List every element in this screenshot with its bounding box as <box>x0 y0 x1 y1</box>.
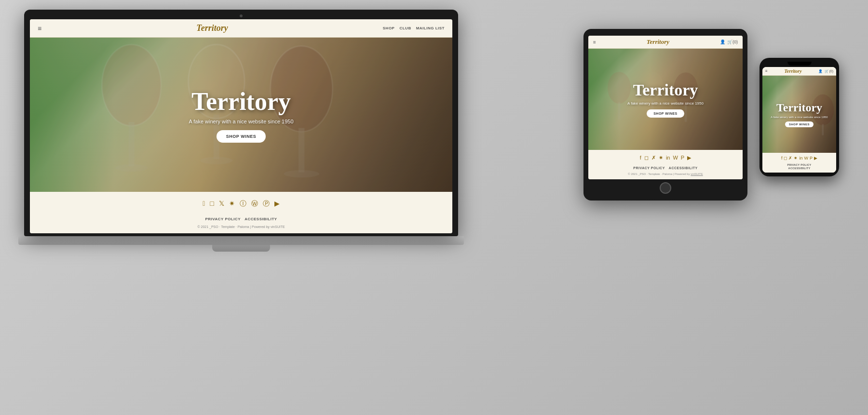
linkedin-icon[interactable]: Ⓘ <box>240 200 246 208</box>
tablet-nav-icons: 👤 🛒(0) <box>720 40 738 44</box>
laptop-camera <box>240 14 243 17</box>
tablet-hero-bg: Territory A fake winery with a nice webs… <box>588 49 743 150</box>
tablet-screen: ≡ Territory 👤 🛒(0) <box>588 36 743 179</box>
facebook-icon[interactable]:  <box>203 200 205 208</box>
tablet-home-button[interactable] <box>660 182 671 194</box>
scene: ≡ Territory SHOP CLUB MAILING LIST <box>0 0 868 415</box>
phone-hero: Territory A fake winery with a nice webs… <box>762 76 836 153</box>
laptop-hero: Territory A fake winery with a nice webs… <box>30 38 452 192</box>
tablet-outer: ≡ Territory 👤 🛒(0) <box>583 29 747 201</box>
tablet-accessibility-link[interactable]: ACCESSIBILITY <box>669 166 698 170</box>
tablet-social-icons: f ◻ ✗ ✷ in W P ▶ <box>588 150 743 164</box>
phone-accessibility-link[interactable]: ACCESSIBILITY <box>788 167 811 170</box>
phone-outer: ≡ Territory 👤 🛒(0) <box>760 58 839 176</box>
phone-hero-subtitle: A fake winery with a nice website since … <box>771 116 827 119</box>
phone-hamburger-icon[interactable]: ≡ <box>765 69 768 73</box>
phone-instagram-icon[interactable]: ◻ <box>784 156 787 161</box>
tablet-yelp-icon[interactable]: ✷ <box>659 155 663 161</box>
laptop-nav-links: SHOP CLUB MAILING LIST <box>383 26 445 30</box>
nav-club[interactable]: CLUB <box>399 26 411 30</box>
tablet-device: ≡ Territory 👤 🛒(0) <box>583 29 747 201</box>
privacy-policy-link[interactable]: PRIVACY POLICY <box>205 217 241 221</box>
phone-screen: ≡ Territory 👤 🛒(0) <box>762 67 836 173</box>
tablet-hero-subtitle: A fake winery with a nice website since … <box>627 101 704 106</box>
tablet-copyright: © 2021 _PSO · Template · Paloma | Powere… <box>588 171 743 179</box>
nav-mailing[interactable]: MAILING LIST <box>416 26 445 30</box>
phone-facebook-icon[interactable]: f <box>781 156 783 161</box>
phone-cart-icon[interactable]: 🛒(0) <box>825 69 833 73</box>
phone-nav: ≡ Territory 👤 🛒(0) <box>762 67 836 76</box>
phone-device: ≡ Territory 👤 🛒(0) <box>760 58 839 176</box>
phone-hero-bg: Territory A fake winery with a nice webs… <box>762 76 836 153</box>
youtube-icon[interactable]: ▶ <box>274 200 280 208</box>
phone-social-icons: f ◻ ✗ ✷ in W P ▶ <box>762 153 836 162</box>
laptop-base <box>18 236 464 245</box>
laptop-screen: ≡ Territory SHOP CLUB MAILING LIST <box>30 19 452 233</box>
laptop-hero-content: Territory A fake winery with a nice webs… <box>189 87 293 143</box>
laptop-stand <box>212 245 270 252</box>
tablet-twitter-icon[interactable]: ✗ <box>651 155 656 161</box>
phone-hero-content: Territory A fake winery with a nice webs… <box>771 101 827 127</box>
laptop-footer:  □ 𝕏 ✷ Ⓘ Ⓦ Ⓟ ▶ PRIVACY POLICY ACCESSIBI… <box>30 192 452 233</box>
phone-hero-title: Territory <box>771 101 827 114</box>
tablet-cart-icon[interactable]: 🛒(0) <box>727 40 738 44</box>
tablet-nav: ≡ Territory 👤 🛒(0) <box>588 36 743 49</box>
phone-pinterest-icon[interactable]: P <box>810 156 813 161</box>
phone-logo[interactable]: Territory <box>784 68 801 74</box>
accessibility-link[interactable]: ACCESSIBILITY <box>244 217 277 221</box>
tablet-logo[interactable]: Territory <box>647 38 669 46</box>
phone-notch <box>787 62 812 66</box>
phone-privacy-link[interactable]: PRIVACY POLICY <box>787 163 811 166</box>
tablet-footer-links: PRIVACY POLICY ACCESSIBILITY <box>588 164 743 171</box>
phone-nav-icons: 👤 🛒(0) <box>818 69 833 73</box>
tablet-pinterest-icon[interactable]: P <box>681 155 684 161</box>
tablet-footer: f ◻ ✗ ✷ in W P ▶ PRIVACY POLICY ACCESSIB… <box>588 150 743 179</box>
tablet-facebook-icon[interactable]: f <box>640 155 641 161</box>
nav-shop[interactable]: SHOP <box>383 26 395 30</box>
tablet-hero-content: Territory A fake winery with a nice webs… <box>627 81 704 118</box>
laptop-nav: ≡ Territory SHOP CLUB MAILING LIST <box>30 19 452 38</box>
phone-wordpress-icon[interactable]: W <box>804 156 809 161</box>
laptop-device: ≡ Territory SHOP CLUB MAILING LIST <box>24 10 458 252</box>
phone-footer-links: PRIVACY POLICY ACCESSIBILITY <box>762 162 836 173</box>
laptop-footer-links: PRIVACY POLICY ACCESSIBILITY <box>30 213 452 223</box>
tablet-instagram-icon[interactable]: ◻ <box>644 155 649 161</box>
phone-yelp-icon[interactable]: ✷ <box>794 156 798 161</box>
instagram-icon[interactable]: □ <box>210 200 214 208</box>
tablet-user-icon[interactable]: 👤 <box>720 40 725 44</box>
phone-youtube-icon[interactable]: ▶ <box>814 156 817 161</box>
phone-user-icon[interactable]: 👤 <box>818 69 823 73</box>
pinterest-icon[interactable]: Ⓟ <box>263 200 270 208</box>
laptop-shop-btn[interactable]: SHOP WINES <box>217 130 266 143</box>
laptop-hero-subtitle: A fake winery with a nice website since … <box>189 119 293 124</box>
tablet-shop-btn[interactable]: SHOP WINES <box>647 109 684 118</box>
laptop-logo[interactable]: Territory <box>196 23 228 33</box>
tablet-hamburger-icon[interactable]: ≡ <box>593 40 596 45</box>
yelp-icon[interactable]: ✷ <box>229 200 235 208</box>
phone-twitter-icon[interactable]: ✗ <box>788 156 792 161</box>
tablet-hero: Territory A fake winery with a nice webs… <box>588 49 743 150</box>
tablet-privacy-link[interactable]: PRIVACY POLICY <box>633 166 665 170</box>
tablet-youtube-icon[interactable]: ▶ <box>687 155 691 161</box>
tablet-linkedin-icon[interactable]: in <box>666 155 670 161</box>
laptop-screen-outer: ≡ Territory SHOP CLUB MAILING LIST <box>24 10 458 236</box>
laptop-hero-bg: Territory A fake winery with a nice webs… <box>30 38 452 192</box>
wordpress-icon[interactable]: Ⓦ <box>251 200 258 208</box>
hamburger-icon[interactable]: ≡ <box>38 25 41 32</box>
laptop-hero-title: Territory <box>189 87 293 116</box>
laptop-copyright: © 2021 _PSO · Template · Paloma | Powere… <box>30 223 452 233</box>
tablet-wordpress-icon[interactable]: W <box>673 155 678 161</box>
laptop-social-icons:  □ 𝕏 ✷ Ⓘ Ⓦ Ⓟ ▶ <box>30 192 452 213</box>
tablet-hero-title: Territory <box>627 81 704 99</box>
phone-footer: f ◻ ✗ ✷ in W P ▶ PRIVACY POLICY ACCESSIB… <box>762 153 836 173</box>
phone-linkedin-icon[interactable]: in <box>799 156 802 161</box>
phone-shop-btn[interactable]: SHOP WINES <box>785 121 814 127</box>
twitter-icon[interactable]: 𝕏 <box>219 200 224 208</box>
